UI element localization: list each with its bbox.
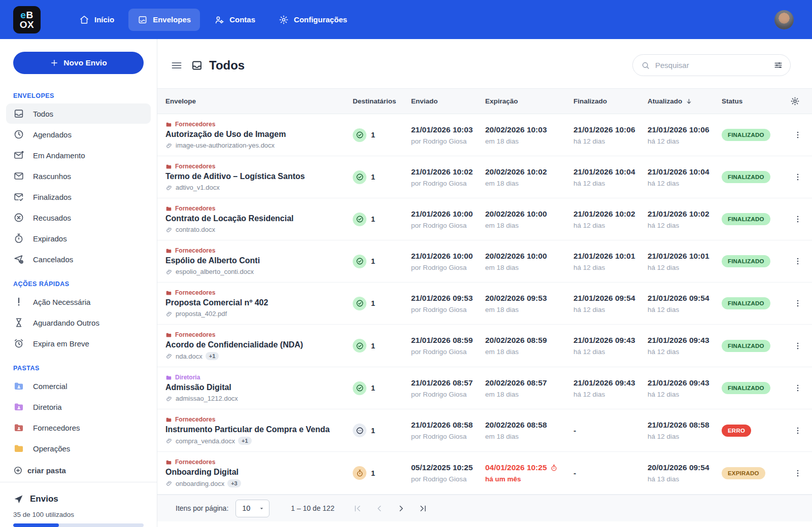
sidebar-item-diretoria[interactable]: Diretoria bbox=[6, 397, 151, 417]
date-cell: 20/02/2026 09:53em 18 dias bbox=[485, 294, 573, 313]
sidebar-item-comercial[interactable]: Comercial bbox=[6, 376, 151, 396]
kebab-menu-icon[interactable] bbox=[793, 130, 802, 139]
usage-text: 35 de 100 utilizados bbox=[13, 511, 144, 518]
sidebar-item-em-andamento[interactable]: Em Andamento bbox=[6, 145, 151, 165]
folder-tag[interactable]: Fornecedores bbox=[165, 289, 347, 296]
extra-files-badge[interactable]: +1 bbox=[206, 352, 219, 360]
folder-tag[interactable]: Fornecedores bbox=[165, 416, 347, 423]
table-row[interactable]: FornecedoresAcordo de Confidencialidade … bbox=[157, 325, 812, 367]
folder-tag[interactable]: Diretoria bbox=[165, 374, 347, 381]
folder-tag[interactable]: Fornecedores bbox=[165, 205, 347, 212]
create-folder-button[interactable]: criar pasta bbox=[13, 466, 144, 475]
page-last-icon[interactable] bbox=[418, 504, 428, 513]
kebab-menu-icon[interactable] bbox=[793, 341, 802, 350]
ebox-logo[interactable]: eB OX bbox=[13, 6, 41, 33]
kebab-menu-icon[interactable] bbox=[793, 426, 802, 435]
sidebar-item-agendados[interactable]: Agendados bbox=[6, 124, 151, 145]
inbox-icon bbox=[191, 59, 203, 72]
nav-item-contas[interactable]: Contas bbox=[205, 9, 264, 31]
date-relative: por Rodrigo Giosa bbox=[411, 306, 485, 313]
folder-tag[interactable]: Fornecedores bbox=[165, 163, 347, 170]
kebab-menu-icon[interactable] bbox=[793, 299, 802, 308]
column-header-expiracao[interactable]: Expiração bbox=[485, 97, 573, 105]
menu-toggle-icon[interactable] bbox=[171, 59, 183, 72]
column-header-finalizado[interactable]: Finalizado bbox=[573, 97, 648, 105]
column-settings-button[interactable] bbox=[784, 96, 812, 106]
filter-icon[interactable] bbox=[773, 60, 783, 70]
sidebar-item-acao-necessaria[interactable]: Ação Necessária bbox=[6, 292, 151, 312]
column-header-status[interactable]: Status bbox=[722, 97, 784, 105]
envelope-title[interactable]: Contrato de Locação Residencial bbox=[165, 214, 347, 223]
date-value: 21/01/2026 10:02 bbox=[573, 209, 635, 219]
sidebar-item-todos[interactable]: Todos bbox=[6, 103, 151, 124]
column-header-envelope[interactable]: Envelope bbox=[157, 97, 353, 105]
folder-tag[interactable]: Fornecedores bbox=[165, 331, 347, 338]
table-row[interactable]: FornecedoresAutorização de Uso de Imagem… bbox=[157, 114, 812, 156]
extra-files-badge[interactable]: +3 bbox=[227, 479, 241, 487]
column-header-enviado[interactable]: Enviado bbox=[411, 97, 485, 105]
kebab-menu-icon[interactable] bbox=[793, 383, 802, 393]
table-row[interactable]: FornecedoresProposta Comercial nº 402pro… bbox=[157, 283, 812, 325]
user-avatar[interactable] bbox=[774, 10, 794, 29]
kebab-menu-icon[interactable] bbox=[793, 257, 802, 266]
envelope-title[interactable]: Acordo de Confidencialidade (NDA) bbox=[165, 340, 347, 349]
column-header-destinatarios[interactable]: Destinatários bbox=[353, 97, 411, 105]
envelope-title[interactable]: Espólio de Alberto Conti bbox=[165, 256, 347, 265]
folder-tag[interactable]: Fornecedores bbox=[165, 247, 347, 254]
envelope-title[interactable]: Autorização de Uso de Imagem bbox=[165, 130, 347, 139]
date-cell: 20/02/2026 08:58em 18 dias bbox=[485, 420, 573, 440]
status-cell: FINALIZADO bbox=[722, 382, 784, 394]
chevron-down-icon bbox=[259, 506, 264, 511]
attachment-name: espolio_alberto_conti.docx bbox=[176, 268, 254, 275]
date-relative: há 12 dias bbox=[573, 264, 648, 271]
kebab-menu-icon[interactable] bbox=[793, 469, 802, 478]
nav-item-envelopes[interactable]: Envelopes bbox=[128, 9, 200, 31]
recipient-pending-icon bbox=[356, 427, 364, 435]
date-value: 05/12/2025 10:25 bbox=[411, 463, 473, 472]
nav-item-inicio[interactable]: Início bbox=[70, 9, 123, 31]
table-row[interactable]: FornecedoresOnboarding Digitalonboarding… bbox=[157, 452, 812, 495]
extra-files-badge[interactable]: +1 bbox=[238, 437, 252, 445]
sidebar-item-rascunhos[interactable]: Rascunhos bbox=[6, 166, 151, 186]
sidebar-item-label: Cancelados bbox=[33, 255, 73, 264]
date-relative: em 18 dias bbox=[485, 306, 573, 313]
items-per-page-label: Itens por página: bbox=[176, 504, 228, 512]
date-relative: por Rodrigo Giosa bbox=[411, 391, 485, 398]
sidebar-item-aguardando-outros[interactable]: Aguardando Outros bbox=[6, 312, 151, 333]
sidebar-item-expira-em-breve[interactable]: Expira em Breve bbox=[6, 333, 151, 354]
date-value: 20/02/2026 08:59 bbox=[485, 336, 547, 345]
nav-item-configuracoes[interactable]: Configurações bbox=[269, 9, 356, 31]
table-row[interactable]: FornecedoresContrato de Locação Residenc… bbox=[157, 198, 812, 240]
nav-item-label: Contas bbox=[229, 15, 255, 24]
page-size-select[interactable]: 10 bbox=[235, 500, 269, 517]
paperclip-icon bbox=[165, 184, 173, 191]
date-relative: por Rodrigo Giosa bbox=[411, 264, 485, 271]
table-row[interactable]: FornecedoresTermo de Aditivo – Logística… bbox=[157, 156, 812, 198]
sidebar-item-expirados[interactable]: Expirados bbox=[6, 228, 151, 249]
new-envio-button[interactable]: Novo Envio bbox=[13, 52, 144, 74]
row-actions-cell bbox=[784, 426, 812, 435]
envelope-title[interactable]: Proposta Comercial nº 402 bbox=[165, 298, 347, 307]
sidebar-item-recusados[interactable]: Recusados bbox=[6, 207, 151, 228]
envelope-title[interactable]: Termo de Aditivo – Logística Santos bbox=[165, 172, 347, 181]
envelope-title[interactable]: Instrumento Particular de Compra e Venda bbox=[165, 425, 347, 434]
folder-tag[interactable]: Fornecedores bbox=[165, 121, 347, 128]
table-row[interactable]: FornecedoresEspólio de Alberto Contiespo… bbox=[157, 240, 812, 283]
sidebar-item-fornecedores[interactable]: Fornecedores bbox=[6, 417, 151, 438]
column-header-atualizado[interactable]: Atualizado bbox=[648, 97, 722, 105]
sidebar-item-operacoes[interactable]: Operações bbox=[6, 438, 151, 459]
envelope-title[interactable]: Admissão Digital bbox=[165, 383, 347, 392]
kebab-menu-icon[interactable] bbox=[793, 172, 802, 182]
plus-icon bbox=[50, 58, 59, 67]
table-row[interactable]: FornecedoresInstrumento Particular de Co… bbox=[157, 409, 812, 452]
table-row[interactable]: DiretoriaAdmissão Digitaladmissao_1212.d… bbox=[157, 367, 812, 409]
row-actions-cell bbox=[784, 215, 812, 224]
envelope-title[interactable]: Onboarding Digital bbox=[165, 468, 347, 477]
page-next-icon[interactable] bbox=[396, 504, 406, 513]
sidebar-item-finalizados[interactable]: Finalizados bbox=[6, 187, 151, 207]
sidebar-item-cancelados[interactable]: Cancelados bbox=[6, 249, 151, 269]
kebab-menu-icon[interactable] bbox=[793, 215, 802, 224]
page-prev-icon bbox=[375, 504, 384, 513]
folder-tag[interactable]: Fornecedores bbox=[165, 459, 347, 466]
search-input[interactable] bbox=[655, 61, 768, 69]
